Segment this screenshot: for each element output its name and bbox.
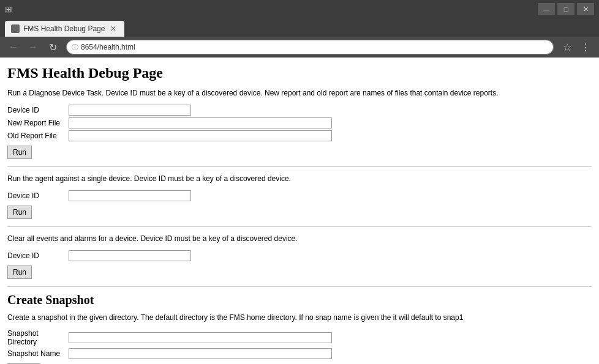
browser-icon: ⊞ <box>5 4 12 14</box>
reload-button[interactable]: ↻ <box>44 39 61 55</box>
page-title: FMS Health Debug Page <box>7 65 592 81</box>
tab-favicon <box>11 24 20 33</box>
old-report-input[interactable] <box>69 130 332 141</box>
run-button-2[interactable]: Run <box>7 206 32 219</box>
maximize-button[interactable]: □ <box>557 3 575 15</box>
bookmark-button[interactable]: ☆ <box>559 39 576 55</box>
snapshot-name-input[interactable] <box>69 348 332 359</box>
divider-1 <box>7 166 592 167</box>
title-bar: ⊞ — □ ✕ <box>0 0 599 18</box>
run-button-3[interactable]: Run <box>7 266 32 279</box>
close-button[interactable]: ✕ <box>577 3 594 15</box>
agent-description: Run the agent against a single device. D… <box>7 173 592 184</box>
address-text: 8654/health.html <box>81 43 548 51</box>
snapshot-dir-input[interactable] <box>69 332 332 343</box>
divider-3 <box>7 286 592 287</box>
diagnose-section: Run a Diagnose Device Task. Device ID mu… <box>7 87 592 159</box>
agent-section: Run the agent against a single device. D… <box>7 173 592 219</box>
tab-bar: FMS Health Debug Page ✕ <box>0 18 599 37</box>
address-bar[interactable]: ⓘ 8654/health.html <box>66 40 554 54</box>
menu-button[interactable]: ⋮ <box>577 39 594 55</box>
new-report-label: New Report File <box>7 119 69 127</box>
snapshot-title: Create Snapshot <box>7 293 592 307</box>
run-row-2: Run <box>7 203 592 219</box>
toolbar: ← → ↻ ⓘ 8654/health.html ☆ ⋮ <box>0 37 599 58</box>
run-button-1[interactable]: Run <box>7 146 32 159</box>
snapshot-name-label: Snapshot Name <box>7 349 69 358</box>
device-id-row-3: Device ID <box>7 250 592 261</box>
back-button[interactable]: ← <box>5 39 22 55</box>
device-id-input-1[interactable] <box>69 105 191 116</box>
new-report-input[interactable] <box>69 117 332 128</box>
snapshot-name-row: Snapshot Name <box>7 348 592 359</box>
device-id-input-2[interactable] <box>69 190 191 201</box>
device-id-row-1: Device ID <box>7 105 592 116</box>
tab-title: FMS Health Debug Page <box>23 24 105 33</box>
snapshot-dir-label: Snapshot Directory <box>7 329 69 346</box>
device-id-label-3: Device ID <box>7 251 69 260</box>
page-content: FMS Health Debug Page Run a Diagnose Dev… <box>0 58 599 364</box>
diagnose-description: Run a Diagnose Device Task. Device ID mu… <box>7 87 592 98</box>
device-id-label-2: Device ID <box>7 191 69 200</box>
device-id-input-3[interactable] <box>69 250 191 261</box>
clear-events-section: Clear all events and alarms for a device… <box>7 233 592 279</box>
snapshot-dir-row: Snapshot Directory <box>7 329 592 346</box>
title-bar-left: ⊞ <box>5 4 12 14</box>
device-id-label-1: Device ID <box>7 106 69 114</box>
clear-events-description: Clear all events and alarms for a device… <box>7 233 592 244</box>
minimize-button[interactable]: — <box>538 3 555 15</box>
active-tab[interactable]: FMS Health Debug Page ✕ <box>5 21 124 37</box>
snapshot-description: Create a snapshot in the given directory… <box>7 312 592 323</box>
toolbar-right: ☆ ⋮ <box>559 39 594 55</box>
run-row-1: Run <box>7 143 592 159</box>
old-report-row: Old Report File <box>7 130 592 141</box>
window-controls: — □ ✕ <box>538 3 594 15</box>
forward-button[interactable]: → <box>24 39 42 55</box>
new-report-row: New Report File <box>7 117 592 128</box>
tab-close-button[interactable]: ✕ <box>108 24 118 34</box>
snapshot-section: Create Snapshot Create a snapshot in the… <box>7 293 592 364</box>
divider-2 <box>7 226 592 227</box>
old-report-label: Old Report File <box>7 132 69 140</box>
device-id-row-2: Device ID <box>7 190 592 201</box>
run-row-3: Run <box>7 263 592 279</box>
browser-chrome: ⊞ — □ ✕ FMS Health Debug Page ✕ ← → ↻ ⓘ … <box>0 0 599 58</box>
address-icon: ⓘ <box>72 43 78 52</box>
